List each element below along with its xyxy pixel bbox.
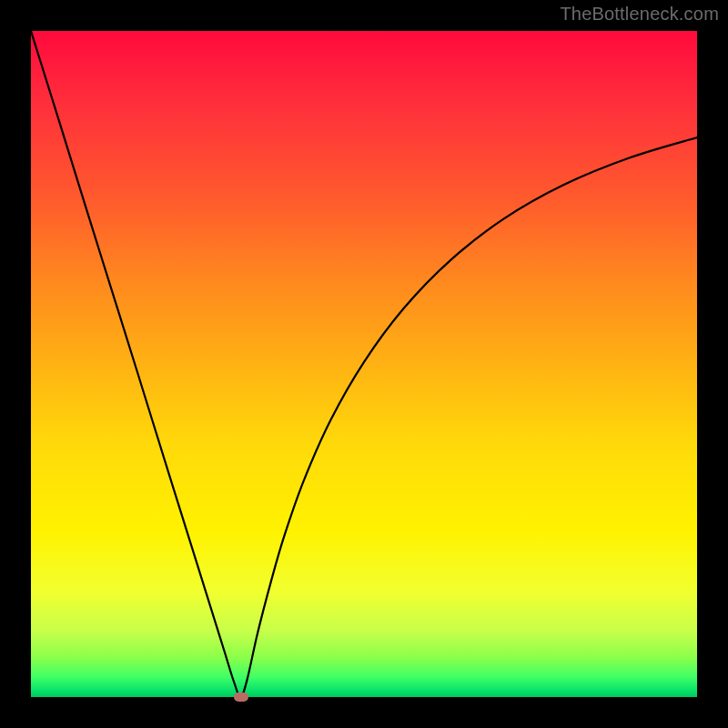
attribution-text: TheBottleneck.com [560, 4, 719, 25]
bottleneck-curve [31, 31, 697, 697]
chart-frame: TheBottleneck.com [0, 0, 728, 728]
plot-area [31, 31, 697, 697]
minimum-marker [234, 693, 248, 702]
